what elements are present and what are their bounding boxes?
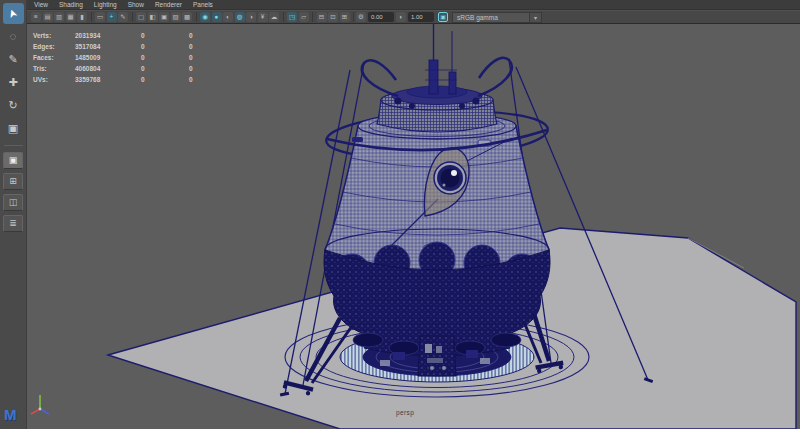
split-pane-layout[interactable]: ◫ [3, 194, 23, 211]
menu-show[interactable]: Show [128, 0, 144, 10]
outliner-layout-icon: ≣ [9, 218, 17, 228]
image-plane-icon[interactable]: ▭ [95, 12, 105, 22]
scale-tool-icon: ▣ [8, 118, 18, 139]
select-camera-icon[interactable]: ▤ [43, 12, 53, 22]
toolbar-separator [283, 12, 284, 22]
poly-count-hud: Verts:203193400 Edges:351708400 Faces:14… [33, 24, 193, 79]
outliner-layout[interactable]: ≣ [3, 215, 23, 232]
hud-row-uvs: UVs:335976800 [33, 68, 193, 79]
rotate-tool-icon: ↻ [8, 95, 17, 116]
hud-row-tris: Tris:406080400 [33, 57, 193, 68]
camera-attributes-icon[interactable]: ▦ [66, 12, 76, 22]
toolbox-sidebar: ➤◌✎✚↻▣ ▣⊞◫≣ M [0, 0, 27, 429]
grease-pencil-icon[interactable]: ✎ [118, 12, 128, 22]
wireframe-mode-icon[interactable]: ▢ [136, 12, 146, 22]
split-pane-layout-icon: ◫ [9, 197, 18, 207]
hud-row-verts: Verts:203193400 [33, 24, 193, 35]
paint-select-tool-icon: ✎ [8, 49, 17, 70]
move-tool[interactable]: ✚ [3, 72, 24, 93]
toolbox-divider [4, 145, 23, 146]
gamma-field[interactable]: 1.00 [408, 12, 434, 22]
xray-icon[interactable]: ▱ [299, 12, 309, 22]
lasso-tool-icon: ◌ [10, 26, 17, 47]
select-tool[interactable]: ➤ [3, 3, 24, 24]
toolbar-icons: ≡▤▥▦▮▭+✎▢◧▣▨▩◉●◐◍◑¥☁◳▱⊟⊡⊞ [31, 12, 356, 22]
hud-row-edges: Edges:351708400 [33, 35, 193, 46]
snapshot-b-icon[interactable]: ⊡ [328, 12, 338, 22]
panel-menubar: View Shading Lighting Show Renderer Pane… [27, 0, 800, 10]
menu-panels[interactable]: Panels [193, 0, 213, 10]
material-override-icon[interactable]: ▩ [182, 12, 192, 22]
panel-menu-icon[interactable]: ≡ [31, 12, 41, 22]
toolbar-separator [312, 12, 313, 22]
maya-panel: View Shading Lighting Show Renderer Pane… [0, 0, 800, 429]
textured-sphere-icon[interactable]: ◐ [223, 12, 233, 22]
single-pane-layout-icon: ▣ [9, 155, 18, 165]
scale-tool[interactable]: ▣ [3, 118, 24, 139]
textured-mode-icon[interactable]: ▨ [171, 12, 181, 22]
hud-value: 3359768 [75, 74, 141, 85]
flat-shade-mode-icon[interactable]: ◧ [148, 12, 158, 22]
bookmark-icon[interactable]: ▮ [77, 12, 87, 22]
hud-value: 0 [189, 74, 193, 85]
smooth-shade-mode-icon[interactable]: ▣ [159, 12, 169, 22]
select-tool-icon: ➤ [2, 6, 25, 22]
hud-label: UVs: [33, 74, 75, 85]
paint-select-tool[interactable]: ✎ [3, 49, 24, 70]
toolbox-tools: ➤◌✎✚↻▣ [0, 0, 26, 140]
maya-logo: M [4, 406, 17, 423]
wireframe-on-shaded-icon[interactable]: ◉ [200, 12, 210, 22]
panel-toolbar: ≡▤▥▦▮▭+✎▢◧▣▨▩◉●◐◍◑¥☁◳▱⊟⊡⊞ ⚙ 0.00 ◗ 1.00 … [27, 10, 800, 24]
isolate-select-icon[interactable]: ◳ [287, 12, 297, 22]
four-pane-layout[interactable]: ⊞ [3, 173, 23, 190]
two-d-pan-zoom-icon[interactable]: + [107, 12, 117, 22]
single-pane-layout[interactable]: ▣ [3, 152, 23, 169]
toolbar-separator [91, 12, 92, 22]
toolbar-separator [353, 12, 354, 22]
camera-name-label: persp [396, 409, 414, 416]
axis-gizmo[interactable] [28, 390, 52, 418]
rotate-tool[interactable]: ↻ [3, 95, 24, 116]
chevron-down-icon: ▾ [530, 12, 542, 23]
toolbox-layouts: ▣⊞◫≣ [0, 150, 26, 234]
resolution-gate-icon[interactable]: ⊞ [340, 12, 350, 22]
lasso-tool[interactable]: ◌ [3, 26, 24, 47]
contrast-icon[interactable]: ◗ [396, 12, 406, 22]
menu-view[interactable]: View [34, 0, 48, 10]
menu-shading[interactable]: Shading [59, 0, 83, 10]
four-pane-layout-icon: ⊞ [9, 176, 17, 186]
hud-value: 0 [141, 74, 189, 85]
perspective-viewport[interactable]: Verts:203193400 Edges:351708400 Faces:14… [27, 24, 800, 429]
gamma-toggle-icon[interactable]: ▣ [438, 12, 448, 22]
view-transform-dropdown[interactable]: sRGB gamma ▾ [452, 12, 542, 23]
menu-lighting[interactable]: Lighting [94, 0, 117, 10]
fog-icon[interactable]: ☁ [269, 12, 279, 22]
hud-row-faces: Faces:148500900 [33, 46, 193, 57]
toolbar-separator [196, 12, 197, 22]
move-tool-icon: ✚ [8, 72, 17, 93]
toolbar-separator [132, 12, 133, 22]
default-material-icon[interactable]: ● [212, 12, 222, 22]
exposure-field[interactable]: 0.00 [368, 12, 394, 22]
exposure-gear-icon[interactable]: ⚙ [356, 12, 366, 22]
snapshot-a-icon[interactable]: ⊟ [317, 12, 327, 22]
menu-renderer[interactable]: Renderer [155, 0, 182, 10]
view-transform-value: sRGB gamma [452, 12, 530, 23]
shadows-icon[interactable]: ◑ [246, 12, 256, 22]
lock-camera-icon[interactable]: ▥ [54, 12, 64, 22]
occlusion-sphere-icon[interactable]: ◍ [235, 12, 245, 22]
use-all-lights-icon[interactable]: ¥ [258, 12, 268, 22]
